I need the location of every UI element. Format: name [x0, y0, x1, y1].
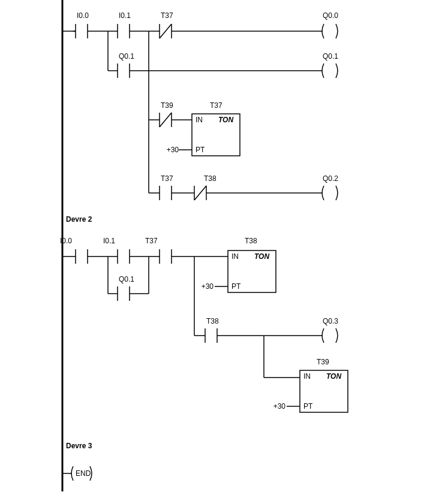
timer-pt-value: +30 [273, 402, 286, 410]
rung1: I0.0 I0.1 Q0.1 T37 Q0.0 [62, 11, 338, 200]
coil-label: Q0.2 [323, 174, 338, 183]
timer-pt-label: PT [303, 402, 313, 410]
svg-line-18 [160, 24, 172, 38]
timer-type: TON [254, 252, 269, 261]
timer-in: IN [303, 372, 311, 381]
end-label: END [76, 469, 91, 478]
coil-label: Q0.1 [323, 52, 338, 61]
contact-label: Q0.1 [119, 275, 134, 283]
timer-pt-label: PT [196, 146, 205, 154]
contact-label: I0.0 [77, 11, 89, 20]
contact-label: T37 [145, 237, 158, 245]
contact-label: T39 [161, 101, 173, 110]
contact-label: T37 [161, 174, 173, 183]
timer-in: IN [231, 252, 239, 261]
timer-type: TON [326, 372, 341, 381]
timer-pt-value: +30 [202, 282, 214, 291]
end-instruction: END [62, 466, 92, 481]
timer-name: T38 [245, 237, 257, 245]
timer-name: T39 [317, 358, 329, 366]
contact-label: I0.1 [119, 11, 131, 20]
contact-label: T37 [161, 11, 173, 20]
coil-label: Q0.3 [323, 317, 338, 325]
timer-type: TON [218, 116, 233, 124]
timer-pt-value: +30 [167, 146, 179, 154]
contact-label: T38 [206, 317, 219, 325]
contact-label: T38 [204, 174, 217, 183]
coil-label: Q0.0 [323, 11, 338, 20]
network-title-3: Devre 3 [66, 442, 92, 450]
timer-pt-label: PT [231, 282, 241, 291]
contact-label: Q0.1 [119, 52, 134, 61]
rung2: I0.0 I0.1 Q0.1 T37 T38 IN TON PT +30 [60, 237, 348, 412]
svg-line-35 [194, 186, 206, 200]
contact-label: I0.0 [60, 237, 72, 245]
network-title-2: Devre 2 [66, 215, 92, 224]
timer-in: IN [196, 116, 203, 124]
timer-name: T37 [210, 101, 223, 110]
svg-line-25 [160, 113, 172, 127]
contact-label: I0.1 [103, 237, 115, 245]
